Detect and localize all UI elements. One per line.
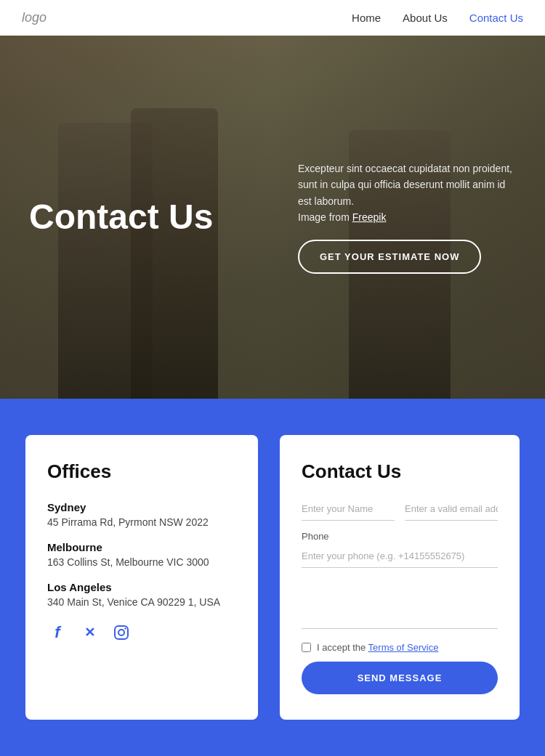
main-section: Offices Sydney 45 Pirrama Rd, Pyrmont NS…: [0, 399, 545, 756]
contact-form-title: Contact Us: [302, 460, 498, 483]
message-textarea[interactable]: [302, 578, 498, 629]
offices-card: Offices Sydney 45 Pirrama Rd, Pyrmont NS…: [25, 435, 258, 720]
sydney-address: 45 Pirrama Rd, Pyrmont NSW 2022: [47, 516, 236, 528]
nav-home[interactable]: Home: [352, 12, 381, 24]
social-icons: f ✕: [47, 622, 236, 643]
terms-checkbox[interactable]: [302, 643, 311, 652]
office-sydney: Sydney 45 Pirrama Rd, Pyrmont NSW 2022: [47, 501, 236, 528]
hero-right: Excepteur sint occaecat cupidatat non pr…: [298, 160, 516, 275]
nav-about[interactable]: About Us: [403, 12, 448, 24]
email-input[interactable]: [405, 497, 498, 521]
phone-group: Phone: [302, 531, 498, 568]
nav-contact[interactable]: Contact Us: [469, 12, 523, 24]
sydney-name: Sydney: [47, 501, 236, 513]
hero-content: Contact Us Excepteur sint occaecat cupid…: [0, 160, 545, 275]
office-los-angeles: Los Angeles 340 Main St, Venice CA 90229…: [47, 581, 236, 608]
send-message-button[interactable]: SEND MESSAGE: [302, 662, 498, 694]
navigation: logo Home About Us Contact Us: [0, 0, 545, 36]
estimate-button[interactable]: GET YOUR ESTIMATE NOW: [298, 240, 481, 274]
terms-text: I accept the Terms of Service: [317, 642, 438, 653]
phone-label: Phone: [302, 531, 498, 542]
svg-point-2: [124, 627, 126, 629]
hero-title: Contact Us: [29, 198, 213, 237]
svg-point-1: [118, 630, 124, 635]
hero-description: Excepteur sint occaecat cupidatat non pr…: [298, 160, 516, 226]
terms-row: I accept the Terms of Service: [302, 642, 498, 653]
offices-title: Offices: [47, 460, 236, 483]
hero-section: Contact Us Excepteur sint occaecat cupid…: [0, 36, 545, 399]
contact-card: Contact Us Phone I accept the Terms of S…: [280, 435, 520, 720]
la-address: 340 Main St, Venice CA 90229 1, USA: [47, 596, 236, 608]
freepik-link[interactable]: Freepik: [352, 211, 387, 223]
terms-link[interactable]: Terms of Service: [368, 642, 439, 653]
la-name: Los Angeles: [47, 581, 236, 593]
logo: logo: [22, 10, 47, 25]
message-group: [302, 578, 498, 632]
office-melbourne: Melbourne 163 Collins St, Melbourne VIC …: [47, 541, 236, 568]
instagram-icon[interactable]: [111, 622, 132, 643]
melbourne-name: Melbourne: [47, 541, 236, 553]
facebook-icon[interactable]: f: [47, 622, 68, 643]
phone-input[interactable]: [302, 545, 498, 568]
nav-links: Home About Us Contact Us: [352, 12, 523, 24]
name-input[interactable]: [302, 497, 395, 521]
twitter-x-icon[interactable]: ✕: [79, 622, 100, 643]
melbourne-address: 163 Collins St, Melbourne VIC 3000: [47, 556, 236, 568]
name-email-row: [302, 497, 498, 521]
